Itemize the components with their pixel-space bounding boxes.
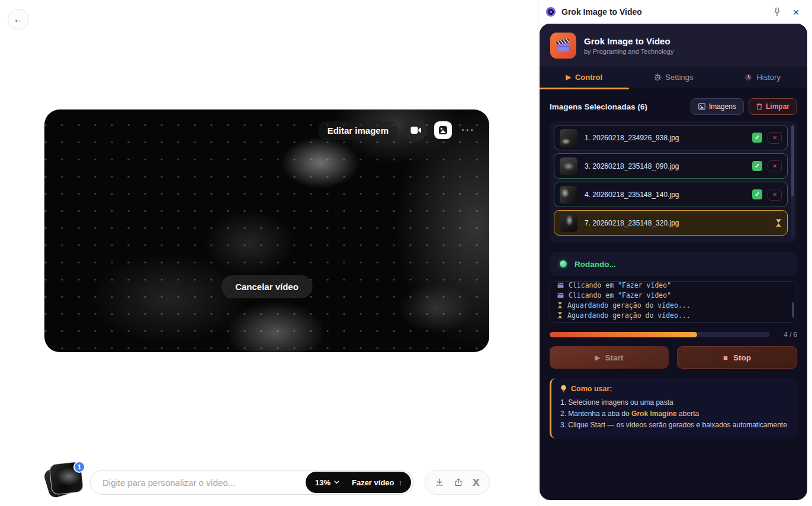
hourglass-icon (775, 219, 782, 227)
how-to-use-heading: Como usar: (560, 385, 788, 393)
stop-button[interactable]: ■ Stop (677, 346, 797, 369)
arrow-up-icon: ↑ (399, 478, 403, 487)
pin-icon (773, 7, 781, 17)
extension-title: Grok Image to Video (584, 36, 673, 46)
clear-images-button[interactable]: Limpar (749, 98, 797, 115)
progress-percent-dropdown[interactable]: 13% (315, 478, 339, 487)
image-frame-icon (698, 103, 705, 110)
select-images-button[interactable]: Imagens (691, 98, 744, 115)
remove-image-button[interactable]: × (768, 132, 782, 144)
log-line: Clicando em "Fazer vídeo" (557, 281, 789, 290)
share-button[interactable] (454, 478, 463, 487)
loading-dot-grid (44, 109, 489, 352)
video-mode-button[interactable] (405, 119, 427, 141)
progress-section: 4 / 6 (550, 331, 797, 338)
activity-log[interactable]: Clicando em "Fazer vídeo" Clicando em "F… (550, 281, 797, 323)
source-image-stack[interactable]: 1 (45, 461, 85, 499)
back-arrow-icon: ← (14, 14, 24, 25)
image-mode-button[interactable] (434, 121, 452, 139)
image-filename: 7. 20260218_235148_320.jpg (585, 219, 768, 227)
extension-ui: Grok Image to Video by Programing and Te… (540, 24, 807, 500)
log-line: Aguardando geração do vídeo... (557, 300, 789, 310)
image-row-active[interactable]: 7. 20260218_235148_320.jpg (554, 210, 788, 236)
selected-images-title: Imagens Selecionadas (6) (550, 102, 686, 111)
log-line: Aguardando geração do vídeo... (557, 310, 789, 320)
clear-images-label: Limpar (766, 102, 789, 111)
tab-settings-label: Settings (666, 73, 694, 82)
remove-image-button[interactable]: × (768, 189, 782, 201)
extension-logo-icon (546, 7, 556, 17)
edit-image-button[interactable]: Editar imagem (319, 121, 397, 140)
canvas-toolbar: Editar imagem ··· (319, 119, 477, 141)
close-panel-button[interactable]: × (789, 5, 803, 18)
log-line: Clicando em "Fazer vídeo" (557, 290, 789, 300)
tab-history[interactable]: History (718, 66, 807, 88)
image-list-scrollbar-thumb[interactable] (791, 125, 794, 196)
select-images-label: Imagens (709, 102, 736, 111)
tip-line-2: 2. Mantenha a aba do Grok Imagine aberta (560, 408, 788, 420)
gear-icon (654, 73, 662, 81)
chevron-down-icon (334, 481, 339, 484)
stop-square-icon: ■ (723, 353, 728, 362)
running-status-label: Rodando... (575, 260, 616, 269)
image-row[interactable]: 4. 20260218_235148_140.jpg ✓ × (554, 182, 788, 207)
image-row[interactable]: 1. 20260218_234926_938.jpg ✓ × (554, 125, 788, 150)
image-filename: 3. 20260218_235148_090.jpg (585, 162, 745, 170)
make-video-button[interactable]: Fazer vídeo ↑ (352, 478, 402, 487)
done-check-icon: ✓ (752, 133, 762, 143)
clock-icon (744, 73, 752, 81)
start-button[interactable]: ▶ Start (550, 346, 669, 369)
remove-image-button[interactable]: × (768, 160, 782, 172)
done-check-icon: ✓ (752, 189, 762, 199)
more-options-button[interactable]: ··· (459, 124, 477, 136)
image-thumbnail (560, 129, 577, 147)
tab-history-label: History (756, 73, 780, 82)
control-buttons: ▶ Start ■ Stop (550, 346, 797, 369)
how-to-use-box: Como usar: 1. Selecione imagens ou uma p… (550, 378, 797, 439)
tab-settings[interactable]: Settings (629, 66, 718, 88)
extension-header: Grok Image to Video by Programing and Te… (540, 24, 807, 66)
back-button[interactable]: ← (8, 9, 29, 30)
image-filename: 1. 20260218_234926_938.jpg (585, 134, 745, 142)
log-text: Aguardando geração do vídeo... (567, 311, 691, 320)
log-text: Aguardando geração do vídeo... (567, 301, 691, 310)
progress-bar-fill (550, 332, 697, 337)
progress-percent-value: 13% (315, 478, 330, 487)
hourglass-icon (557, 312, 563, 318)
prompt-input[interactable] (102, 478, 304, 488)
image-thumbnail (560, 186, 577, 204)
status-card: Rodando... (550, 252, 797, 276)
make-video-pill: 13% Fazer vídeo ↑ (306, 472, 411, 493)
trash-icon (756, 103, 762, 110)
play-icon: ▶ (566, 73, 570, 81)
cancel-video-button[interactable]: Cancelar vídeo (221, 275, 313, 298)
extension-side-panel: Grok Image to Video × (538, 0, 812, 506)
side-panel-title: Grok Image to Video (561, 7, 765, 17)
close-icon: × (792, 7, 799, 18)
done-check-icon: ✓ (752, 161, 762, 171)
hourglass-icon (557, 302, 563, 308)
image-thumbnail (560, 157, 577, 175)
log-text: Clicando em "Fazer vídeo" (569, 291, 671, 299)
app-window: ← Editar imagem ··· Cancelar vídeo 1 (0, 0, 812, 506)
selection-header: Imagens Selecionadas (6) Imagens Limpar (550, 98, 797, 115)
activity-log-lines: Clicando em "Fazer vídeo" Clicando em "F… (557, 281, 789, 320)
clapper-icon (557, 292, 564, 298)
tab-bar: ▶ Control Settings History (540, 66, 807, 89)
make-video-label: Fazer vídeo (352, 478, 394, 487)
log-text: Clicando em "Fazer vídeo" (569, 281, 671, 289)
tip-line-2-suffix: aberta (677, 410, 699, 418)
image-row[interactable]: 3. 20260218_235148_090.jpg ✓ × (554, 153, 788, 179)
tip-line-2-highlight: Grok Imagine (631, 410, 677, 418)
x-social-button[interactable]: X (473, 477, 480, 488)
media-actions-bar: X (425, 470, 490, 495)
tip-line-2-prefix: 2. Mantenha a aba do (560, 410, 631, 418)
download-button[interactable] (435, 478, 444, 487)
control-tab-content: Imagens Selecionadas (6) Imagens Limpar (540, 89, 807, 439)
pin-panel-button[interactable] (771, 5, 784, 18)
tab-control[interactable]: ▶ Control (540, 66, 629, 88)
log-scrollbar-thumb[interactable] (792, 302, 794, 318)
tip-line-3: 3. Clique Start — os vídeos serão gerado… (560, 420, 788, 431)
side-panel-titlebar: Grok Image to Video × (538, 0, 812, 24)
extension-subtitle: by Programing and Technology (584, 48, 673, 55)
